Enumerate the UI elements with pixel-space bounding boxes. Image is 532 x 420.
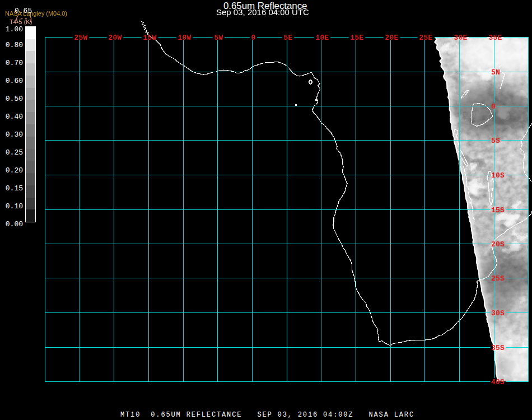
svg-text:10E: 10E — [315, 34, 329, 42]
svg-text:5S: 5S — [491, 137, 500, 145]
svg-text:40S: 40S — [491, 378, 505, 386]
svg-text:0: 0 — [251, 34, 255, 42]
svg-text:15S: 15S — [491, 206, 505, 214]
svg-text:15W: 15W — [143, 34, 156, 42]
svg-text:20W: 20W — [108, 34, 122, 42]
svg-text:0: 0 — [491, 102, 496, 111]
svg-text:35S: 35S — [491, 344, 505, 352]
svg-text:20E: 20E — [385, 34, 398, 42]
svg-text:10S: 10S — [491, 171, 505, 180]
svg-text:20S: 20S — [491, 240, 505, 249]
svg-text:10W: 10W — [178, 34, 191, 42]
svg-text:15E: 15E — [350, 34, 363, 42]
svg-text:25W: 25W — [74, 34, 87, 42]
svg-text:5N: 5N — [491, 68, 500, 77]
svg-text:30S: 30S — [491, 309, 505, 318]
svg-text:5E: 5E — [283, 34, 292, 42]
svg-text:25E: 25E — [419, 34, 432, 42]
svg-text:35E: 35E — [488, 34, 502, 42]
svg-text:25S: 25S — [491, 274, 505, 283]
svg-text:30E: 30E — [454, 34, 467, 42]
svg-text:5W: 5W — [214, 34, 223, 42]
